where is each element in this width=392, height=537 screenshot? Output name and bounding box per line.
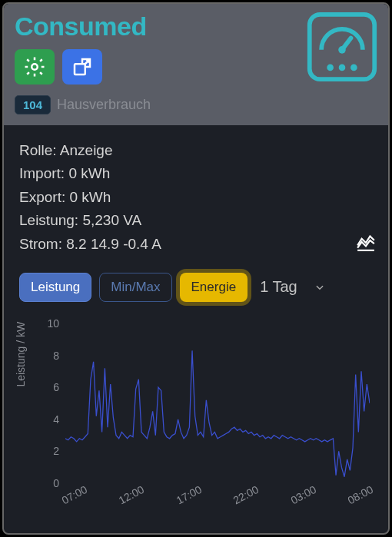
- tab-minmax[interactable]: Min/Max: [99, 273, 171, 302]
- period-select-label: 1 Tag: [260, 278, 297, 296]
- stat-leistung: Leistung: 5,230 VA: [19, 209, 356, 232]
- chevron-down-icon: [314, 282, 325, 293]
- svg-line-2: [342, 38, 351, 49]
- stat-export: Export: 0 kWh: [19, 186, 356, 209]
- tab-leistung[interactable]: Leistung: [19, 273, 91, 302]
- linechart-icon: [356, 232, 376, 252]
- svg-point-6: [32, 64, 38, 70]
- stat-rolle: Rolle: Anzeige: [19, 139, 356, 162]
- chart-plot: [65, 323, 370, 483]
- svg-point-3: [327, 65, 334, 71]
- stat-strom: Strom: 8.2 14.9 -0.4 A: [19, 233, 356, 256]
- period-select[interactable]: 1 Tag: [260, 278, 325, 296]
- gauge-icon: [305, 10, 379, 87]
- expand-button[interactable]: [62, 49, 102, 85]
- chart-ylabel: Leistung / kW: [15, 322, 27, 387]
- badge-row: 104 Hausverbrauch: [15, 95, 377, 114]
- svg-point-4: [339, 65, 346, 71]
- id-badge: 104: [15, 95, 51, 114]
- chart-xaxis: 07:0012:0017:0022:0003:0008:00: [65, 485, 370, 515]
- stats-block: Rolle: Anzeige Import: 0 kWh Export: 0 k…: [19, 139, 356, 256]
- svg-rect-7: [75, 64, 85, 75]
- body: Rolle: Anzeige Import: 0 kWh Export: 0 k…: [4, 125, 388, 523]
- chart: Leistung / kW 0246810 07:0012:0017:0022:…: [19, 323, 376, 515]
- header: Consumed: [4, 4, 388, 125]
- chart-toggle-button[interactable]: [356, 232, 376, 256]
- gear-icon: [23, 55, 46, 78]
- svg-point-5: [350, 65, 357, 71]
- card: Consumed: [2, 2, 390, 535]
- chart-controls: Leistung Min/Max Energie 1 Tag: [19, 273, 376, 302]
- tab-energie[interactable]: Energie: [180, 273, 248, 302]
- settings-button[interactable]: [15, 49, 55, 85]
- stat-import: Import: 0 kWh: [19, 162, 356, 185]
- chart-yaxis: 0246810: [42, 323, 62, 483]
- expand-icon: [71, 55, 94, 78]
- badge-label: Hausverbrauch: [57, 97, 151, 113]
